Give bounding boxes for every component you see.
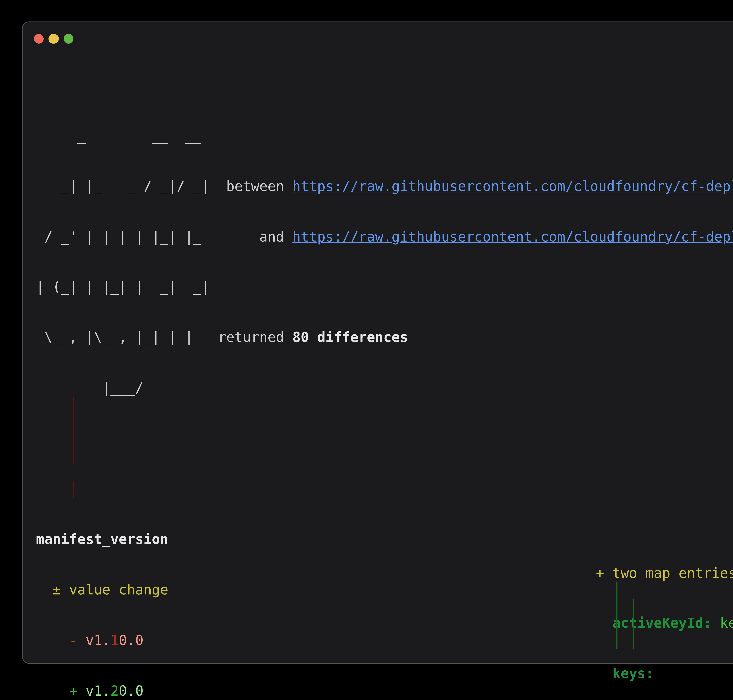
url-to-link[interactable]: https://raw.githubusercontent.com/cloudf… — [292, 229, 733, 245]
yaml-value: key-1 — [712, 616, 733, 632]
value-fragment: v1. — [85, 632, 110, 648]
added-column: + two map entries added: activeKeyId: ke… — [596, 531, 733, 700]
between-label: between — [226, 178, 292, 194]
value-fragment: v1. — [85, 683, 110, 699]
value-fragment: 0.0 — [119, 632, 144, 648]
ascii-logo-fragment: | (_| | |_| | _| _| — [36, 279, 210, 295]
minimize-button[interactable] — [49, 34, 59, 44]
ascii-logo-line: _| |_ _ / _|/ _| between https://raw.git… — [36, 178, 733, 195]
ascii-logo-line: | (_| | |_| | _| _| — [36, 279, 733, 296]
diff-count: 80 differences — [292, 329, 408, 346]
yaml-key: activeKeyId: — [612, 616, 712, 632]
ascii-logo-fragment: \__,_|\__, |_| |_| — [36, 329, 218, 346]
url-from-link[interactable]: https://raw.githubusercontent.com/cloudf… — [292, 178, 733, 194]
ascii-logo-fragment: / _' | | | | |_| |_ — [36, 229, 259, 245]
close-button[interactable] — [34, 34, 44, 44]
blank-line — [36, 447, 733, 464]
ascii-logo-line: / _' | | | | |_| |_ and https://raw.gith… — [36, 229, 733, 246]
value-changed-char: 2 — [110, 683, 119, 699]
ascii-logo-fragment: _ __ __ — [36, 128, 202, 144]
window-title-bar — [34, 34, 74, 44]
returned-label: returned — [218, 329, 293, 346]
terminal-window: _ __ __ _| |_ _ / _|/ _| between https:/… — [22, 21, 733, 664]
change-summary: + two map entries added: — [596, 565, 733, 582]
yaml-key: keys: — [612, 666, 654, 682]
ascii-logo-fragment: _| |_ _ / _|/ _| — [36, 178, 226, 194]
indent-guide — [633, 599, 634, 649]
ascii-logo-fragment: |___/ — [36, 380, 144, 396]
indent-guide — [72, 397, 74, 464]
ascii-logo-line: |___/ — [36, 380, 733, 397]
desktop-background: _ __ __ _| |_ _ / _|/ _| between https:/… — [0, 0, 733, 700]
and-label: and — [259, 229, 293, 245]
plus-sign: + — [69, 683, 85, 699]
minus-sign: - — [69, 632, 85, 648]
value-fragment: 0.0 — [119, 683, 144, 699]
indent-guide — [72, 481, 74, 498]
value-changed-char: 1 — [110, 632, 119, 648]
zoom-button[interactable] — [63, 34, 74, 44]
ascii-logo-line: _ __ __ — [36, 128, 733, 145]
indent-guide — [616, 582, 617, 649]
ascii-logo-line: \__,_|\__, |_| |_| returned 80 differenc… — [36, 329, 733, 347]
added-map-line: keys: — [596, 666, 733, 683]
terminal-output: _ __ __ _| |_ _ / _|/ _| between https:/… — [36, 61, 733, 700]
path-segment: manifest_version — [36, 531, 168, 547]
